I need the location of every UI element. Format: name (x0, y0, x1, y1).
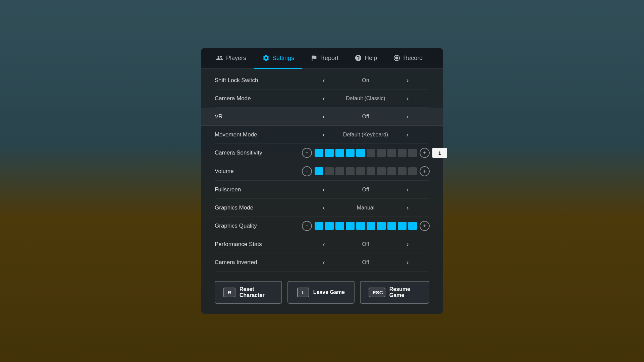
setting-label-shift-lock: Shift Lock Switch (215, 77, 302, 84)
setting-row-fullscreen: Fullscreen‹Off› (215, 181, 429, 199)
record-tab-icon (393, 54, 400, 62)
camera-sensitivity-bar-1 (325, 149, 334, 157)
setting-row-camera-inverted: Camera Inverted‹Off› (215, 253, 429, 272)
volume-plus-btn[interactable]: + (420, 166, 430, 176)
graphics-mode-arrow-right[interactable]: › (402, 204, 413, 212)
setting-control-performance-stats: ‹Off› (302, 240, 429, 248)
graphics-mode-arrow-left[interactable]: ‹ (319, 204, 329, 212)
camera-inverted-value: Off (332, 259, 399, 265)
setting-row-camera-mode: Camera Mode‹Default (Classic)› (215, 89, 429, 108)
volume-slider-bars[interactable] (315, 167, 417, 175)
camera-sensitivity-minus-btn[interactable]: − (302, 148, 312, 158)
camera-mode-arrow-left[interactable]: ‹ (319, 95, 329, 102)
resume-button[interactable]: ESCResume Game (360, 281, 429, 304)
fullscreen-arrow-left[interactable]: ‹ (319, 186, 329, 193)
setting-row-graphics-quality: Graphics Quality−+ (215, 217, 429, 235)
setting-control-vr: ‹Off› (302, 113, 429, 120)
camera-sensitivity-bar-2 (335, 149, 344, 157)
movement-mode-value: Default (Keyboard) (332, 132, 399, 138)
tab-report[interactable]: Report (302, 48, 346, 69)
graphics-quality-minus-btn[interactable]: − (302, 221, 312, 231)
camera-sensitivity-bar-0 (315, 149, 323, 157)
volume-bar-5 (367, 167, 375, 175)
camera-inverted-arrow-right[interactable]: › (402, 258, 413, 266)
players-tab-icon (216, 54, 223, 62)
setting-control-camera-inverted: ‹Off› (302, 258, 429, 266)
help-tab-label: Help (365, 55, 377, 62)
volume-bar-7 (387, 167, 396, 175)
graphics-quality-bar-3 (346, 222, 355, 230)
settings-panel: PlayersSettingsReportHelpRecord Shift Lo… (201, 48, 443, 314)
graphics-quality-plus-btn[interactable]: + (420, 221, 430, 231)
camera-sensitivity-bar-5 (367, 149, 375, 157)
volume-bar-6 (377, 167, 386, 175)
vr-arrow-left[interactable]: ‹ (319, 113, 329, 120)
settings-tab-label: Settings (272, 55, 294, 62)
leave-key-badge: L (297, 288, 309, 297)
tab-record[interactable]: Record (385, 48, 431, 69)
volume-slider-control: −+ (302, 166, 430, 176)
camera-sensitivity-slider-bars[interactable] (315, 149, 417, 157)
graphics-quality-slider-bars[interactable] (315, 222, 417, 230)
performance-stats-arrow-right[interactable]: › (402, 240, 413, 248)
setting-label-graphics-mode: Graphics Mode (215, 204, 302, 211)
graphics-quality-bar-9 (408, 222, 417, 230)
volume-minus-btn[interactable]: − (302, 166, 312, 176)
graphics-quality-bar-8 (398, 222, 407, 230)
setting-row-performance-stats: Performance Stats‹Off› (215, 235, 429, 253)
volume-bar-4 (356, 167, 365, 175)
graphics-quality-bar-6 (377, 222, 386, 230)
setting-label-volume: Volume (215, 168, 302, 175)
setting-control-fullscreen: ‹Off› (302, 186, 429, 193)
camera-sensitivity-bar-7 (387, 149, 396, 157)
graphics-quality-bar-4 (356, 222, 365, 230)
graphics-quality-bar-5 (367, 222, 375, 230)
tab-players[interactable]: Players (208, 48, 254, 69)
camera-sensitivity-input[interactable] (432, 148, 447, 158)
graphics-quality-slider-control: −+ (302, 221, 430, 231)
camera-inverted-arrow-left[interactable]: ‹ (319, 258, 329, 266)
performance-stats-arrow-left[interactable]: ‹ (319, 240, 329, 248)
record-tab-label: Record (403, 55, 423, 62)
setting-row-volume: Volume−+ (215, 162, 429, 181)
graphics-quality-bar-7 (387, 222, 396, 230)
leave-button-label: Leave Game (313, 289, 345, 295)
tab-help[interactable]: Help (346, 48, 385, 69)
camera-sensitivity-bar-8 (398, 149, 407, 157)
reset-button[interactable]: RReset Character (215, 281, 282, 304)
volume-bar-1 (325, 167, 334, 175)
setting-row-camera-sensitivity: Camera Sensitivity−+ (215, 144, 429, 162)
resume-button-label: Resume Game (389, 286, 421, 298)
setting-control-movement-mode: ‹Default (Keyboard)› (302, 131, 429, 138)
setting-label-camera-inverted: Camera Inverted (215, 259, 302, 266)
camera-mode-value: Default (Classic) (332, 96, 399, 102)
graphics-quality-bar-1 (325, 222, 334, 230)
leave-button[interactable]: LLeave Game (287, 281, 355, 304)
fullscreen-value: Off (332, 187, 399, 193)
reset-key-badge: R (223, 288, 235, 297)
setting-control-graphics-mode: ‹Manual› (302, 204, 429, 212)
camera-sensitivity-plus-btn[interactable]: + (420, 148, 430, 158)
camera-mode-arrow-right[interactable]: › (402, 95, 413, 102)
camera-sensitivity-bar-6 (377, 149, 386, 157)
tab-settings[interactable]: Settings (254, 48, 302, 69)
shift-lock-arrow-right[interactable]: › (402, 76, 413, 84)
movement-mode-arrow-right[interactable]: › (402, 131, 413, 138)
setting-label-fullscreen: Fullscreen (215, 186, 302, 193)
graphics-mode-value: Manual (332, 205, 399, 211)
players-tab-label: Players (226, 55, 246, 62)
settings-tab-icon (262, 54, 270, 62)
volume-bar-2 (335, 167, 344, 175)
movement-mode-arrow-left[interactable]: ‹ (319, 131, 329, 138)
camera-sensitivity-bar-4 (356, 149, 365, 157)
vr-value: Off (332, 114, 399, 120)
shift-lock-arrow-left[interactable]: ‹ (319, 76, 329, 84)
setting-control-shift-lock: ‹On› (302, 76, 429, 84)
report-tab-label: Report (320, 55, 338, 62)
camera-sensitivity-bar-3 (346, 149, 355, 157)
setting-label-movement-mode: Movement Mode (215, 131, 302, 138)
setting-control-volume: −+ (302, 166, 430, 176)
fullscreen-arrow-right[interactable]: › (402, 186, 413, 193)
vr-arrow-right[interactable]: › (402, 113, 413, 120)
resume-key-badge: ESC (369, 288, 385, 297)
